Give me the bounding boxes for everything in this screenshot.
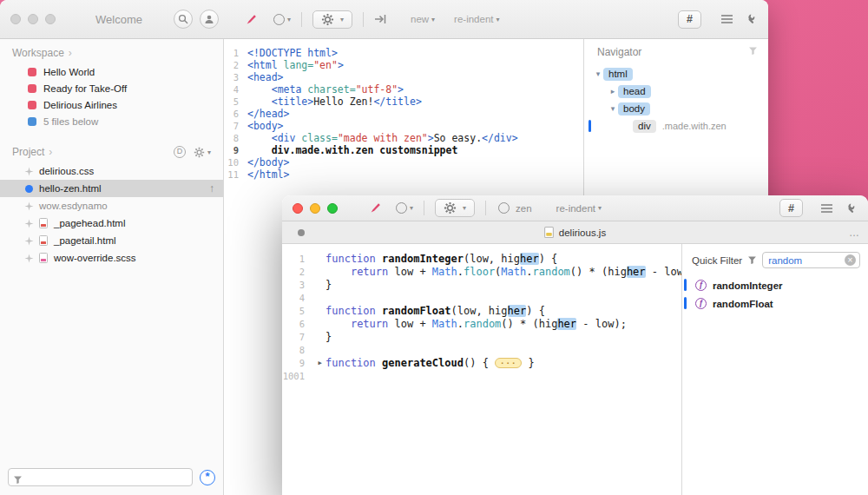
list-icon[interactable]: [720, 14, 733, 24]
star-icon[interactable]: [24, 236, 34, 246]
code-line[interactable]: 3<head>: [224, 71, 583, 83]
close-button[interactable]: [10, 14, 21, 24]
navigator-node[interactable]: div.made.with.zen: [584, 117, 768, 135]
quick-filter-result[interactable]: ƒrandomInteger: [682, 276, 868, 294]
disclosure-triangle-icon[interactable]: ▾: [608, 104, 618, 113]
fold-toggle-icon[interactable]: ▶: [314, 357, 326, 370]
zen-ring-icon[interactable]: [498, 202, 510, 214]
minimize-button[interactable]: [310, 203, 320, 214]
code-text: </body>: [247, 156, 289, 168]
clear-search-icon[interactable]: ×: [845, 254, 856, 266]
wrench-icon[interactable]: [744, 13, 756, 25]
code-line[interactable]: 1001: [282, 370, 681, 383]
chevron-down-icon[interactable]: ▾: [496, 16, 500, 23]
chevron-down-icon[interactable]: ▾: [410, 204, 413, 212]
quick-filter-result[interactable]: ƒrandomFloat: [682, 294, 868, 313]
publish-arrow-icon[interactable]: ↑: [209, 182, 214, 195]
reindent-label[interactable]: re-indent: [556, 203, 595, 214]
file-row[interactable]: wow.esdynamo: [0, 197, 223, 214]
chevron-down-icon[interactable]: ▾: [431, 16, 435, 23]
code-line[interactable]: 7<body>: [224, 120, 583, 132]
pen-icon[interactable]: [369, 201, 382, 214]
code-line[interactable]: 11</html>: [224, 168, 583, 181]
new-snippet-label[interactable]: new: [411, 14, 429, 24]
star-icon[interactable]: [24, 201, 34, 211]
minimize-button[interactable]: [28, 14, 38, 24]
star-icon[interactable]: [24, 254, 34, 263]
window-controls: [293, 203, 338, 214]
code-line[interactable]: 3}: [282, 279, 681, 292]
chevron-down-icon[interactable]: ▾: [598, 204, 602, 212]
workspace-header[interactable]: Workspace ›: [0, 39, 223, 63]
actions-gear-button[interactable]: ▾: [435, 199, 475, 217]
folded-code-pill[interactable]: ···: [495, 358, 522, 368]
snippet-asterisk-button[interactable]: *: [200, 470, 215, 485]
tab-delirious-js[interactable]: delirious.js: [544, 227, 606, 238]
code-line[interactable]: 5 <title>Hello Zen!</title>: [224, 96, 583, 108]
workspace-item[interactable]: Hello World: [0, 63, 223, 80]
navigator-node[interactable]: ▸head: [584, 82, 768, 100]
file-row[interactable]: hello-zen.html↑: [0, 180, 223, 197]
disclosure-triangle-icon[interactable]: ▾: [593, 69, 603, 78]
code-line[interactable]: 6 return low + Math.random() * (higher -…: [282, 318, 681, 331]
code-line[interactable]: 9 div.made.with.zen customsnippet: [224, 144, 583, 156]
workspace-item[interactable]: Delirious Airlines: [0, 96, 223, 113]
search-button[interactable]: [174, 10, 193, 29]
code-line[interactable]: 10</body>: [224, 156, 583, 168]
status-ring-icon[interactable]: [396, 202, 407, 214]
file-row[interactable]: wow-override.scss: [0, 249, 223, 267]
code-line[interactable]: 9▶function generateCloud() { ··· }: [282, 357, 681, 370]
star-icon[interactable]: [24, 219, 34, 228]
sidebar-filter-input[interactable]: [8, 468, 193, 486]
code-line[interactable]: 4: [282, 292, 681, 305]
hash-button[interactable]: #: [779, 199, 803, 217]
code-line[interactable]: 8: [282, 344, 681, 357]
actions-gear-button[interactable]: ▾: [312, 10, 352, 29]
code-token: "made with zen": [338, 132, 428, 144]
file-row[interactable]: delirious.css: [0, 162, 223, 180]
zen-label[interactable]: zen: [516, 203, 532, 214]
project-header[interactable]: Project › D ▾: [0, 138, 223, 162]
tab-overflow-button[interactable]: …: [849, 227, 859, 239]
dynamo-icon[interactable]: D: [174, 146, 186, 158]
filter-icon[interactable]: [748, 46, 758, 58]
js-editor[interactable]: 1function randomInteger(low, higher) {2 …: [282, 244, 681, 495]
status-ring-icon[interactable]: [273, 14, 285, 25]
wrench-icon[interactable]: [844, 202, 856, 214]
project-header-actions: D ▾: [174, 146, 214, 158]
code-line[interactable]: 7}: [282, 331, 681, 344]
star-icon[interactable]: [24, 167, 34, 176]
navigator-node[interactable]: ▾body: [584, 100, 768, 117]
list-icon[interactable]: [820, 203, 833, 214]
code-line[interactable]: 6</head>: [224, 108, 583, 120]
code-line[interactable]: 8 <div class="made with zen">So easy.</d…: [224, 132, 583, 144]
zoom-button[interactable]: [45, 14, 56, 24]
file-row[interactable]: _pagetail.html: [0, 232, 223, 249]
code-line[interactable]: 4 <meta charset="utf-8">: [224, 83, 583, 96]
code-token: [326, 318, 351, 330]
quick-filter-input[interactable]: [768, 255, 845, 266]
editor-window-foreground[interactable]: ▾ ▾ zen re-indent ▾ # delirious.js … 1fu…: [282, 195, 868, 495]
hash-button[interactable]: #: [678, 10, 701, 29]
code-line[interactable]: 1<!DOCTYPE html>: [224, 47, 583, 59]
zoom-button[interactable]: [327, 203, 338, 214]
code-line[interactable]: 5function randomFloat(low, higher) {: [282, 305, 681, 318]
pen-icon[interactable]: [245, 13, 258, 26]
publish-icon[interactable]: [374, 13, 388, 25]
project-gear-button[interactable]: ▾: [194, 147, 211, 158]
navigator-title: Navigator: [597, 46, 641, 58]
workspace-item[interactable]: 5 files below: [0, 113, 223, 129]
workspace-item[interactable]: Ready for Take-Off: [0, 80, 223, 96]
disclosure-triangle-icon[interactable]: ▸: [608, 87, 618, 96]
active-file-dot[interactable]: [24, 185, 34, 193]
code-line[interactable]: 2 return low + Math.floor(Math.random() …: [282, 266, 681, 279]
code-token: </html>: [247, 168, 289, 181]
code-line[interactable]: 2<html lang="en">: [224, 59, 583, 71]
account-button[interactable]: [200, 10, 219, 29]
close-button[interactable]: [293, 203, 303, 214]
reindent-label[interactable]: re-indent: [454, 14, 493, 24]
code-line[interactable]: 1function randomInteger(low, higher) {: [282, 253, 681, 266]
chevron-down-icon[interactable]: ▾: [287, 16, 291, 23]
navigator-node[interactable]: ▾html: [584, 65, 768, 82]
file-row[interactable]: _pagehead.html: [0, 214, 223, 232]
